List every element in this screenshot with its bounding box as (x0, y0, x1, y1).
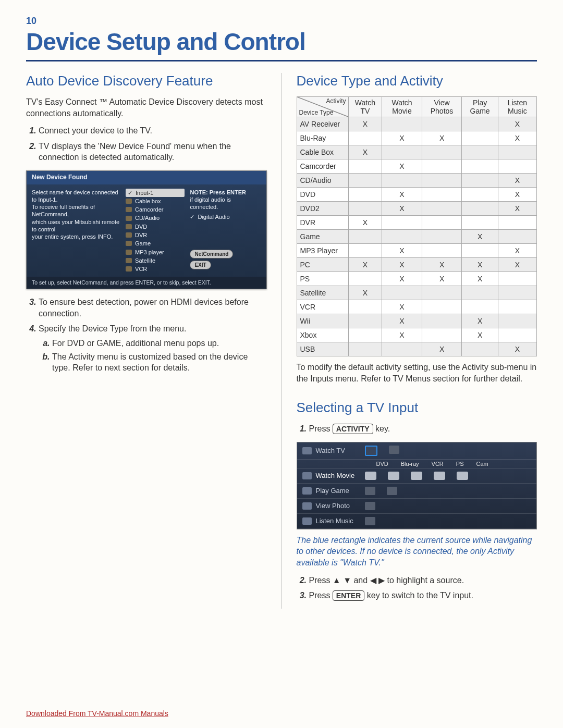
table-cell: X (498, 244, 536, 258)
dialog-footer: To set up, select NetCommand, and press … (27, 277, 266, 289)
table-cell (422, 188, 462, 202)
step-4a: For DVD or GAME, additional menu pops up… (52, 338, 267, 349)
table-cell: X (498, 258, 536, 272)
exit-button[interactable]: EXIT (190, 261, 211, 269)
row-label: USB (297, 342, 348, 356)
table-row: Blu-RayXXX (297, 131, 537, 145)
table-row: CamcorderX (297, 159, 537, 174)
device-option[interactable]: Game (126, 239, 185, 248)
table-cell: X (382, 300, 422, 314)
cam-icon[interactable] (457, 472, 468, 480)
table-corner: Activity Device Type (297, 97, 348, 117)
table-cell: X (422, 342, 462, 356)
table-cell (462, 342, 498, 356)
device-option-selected[interactable]: ✓Input-1 (126, 189, 185, 197)
row-label: Satellite (297, 286, 348, 300)
ps-icon[interactable] (434, 472, 445, 480)
table-row: CD/AudioX (297, 174, 537, 188)
table-cell (498, 230, 536, 244)
table-cell (498, 300, 536, 314)
device-option[interactable]: DVR (126, 231, 185, 239)
table-cell (348, 300, 382, 314)
table-cell (382, 286, 422, 300)
table-row: DVRX (297, 216, 537, 230)
dialog-right-panel: NOTE: Press ENTER if digital audio is co… (190, 189, 261, 274)
source-cell[interactable] (387, 487, 397, 495)
page-number: 10 (26, 16, 537, 27)
table-cell (422, 328, 462, 342)
table-cell (422, 202, 462, 216)
table-cell: X (462, 328, 498, 342)
right-column: Device Type and Activity Activity Device… (297, 73, 537, 609)
netcommand-button[interactable]: NetCommand (190, 250, 233, 258)
table-cell: X (498, 131, 536, 145)
device-option[interactable]: MP3 player (126, 248, 185, 256)
table-cell (462, 286, 498, 300)
table-cell (422, 286, 462, 300)
source-cell[interactable] (365, 487, 375, 495)
table-cell: X (382, 328, 422, 342)
row-label: Camcorder (297, 159, 348, 174)
table-cell (462, 117, 498, 131)
step-4b: The Activity menu is customized based on… (52, 351, 267, 374)
source-cell[interactable] (365, 517, 375, 525)
table-cell: X (422, 272, 462, 286)
source-cell[interactable] (389, 446, 399, 454)
table-cell: X (462, 272, 498, 286)
table-cell: X (348, 216, 382, 230)
table-cell (422, 145, 462, 159)
table-cell (348, 131, 382, 145)
device-option[interactable]: Cable box (126, 197, 185, 205)
activity-row[interactable]: Listen Music (297, 514, 537, 529)
source-cell[interactable] (365, 502, 375, 510)
activity-row-selected[interactable]: Watch Movie (297, 468, 537, 484)
table-cell (462, 188, 498, 202)
row-label: Cable Box (297, 145, 348, 159)
device-option[interactable]: VCR (126, 265, 185, 273)
device-option[interactable]: DVD (126, 223, 185, 231)
table-cell (498, 216, 536, 230)
table-cell (348, 188, 382, 202)
table-cell (348, 202, 382, 216)
digital-audio-checkbox[interactable]: ✓Digital Audio (190, 213, 261, 221)
new-device-dialog: New Device Found Select name for device … (26, 170, 267, 289)
table-cell: X (422, 131, 462, 145)
table-row: VCRX (297, 300, 537, 314)
table-cell (348, 272, 382, 286)
device-option[interactable]: Satellite (126, 256, 185, 265)
activity-key: ACTIVITY (333, 424, 373, 434)
table-row: USBXX (297, 342, 537, 356)
table-cell (382, 117, 422, 131)
activity-row[interactable]: View Photo (297, 499, 537, 514)
table-cell (422, 216, 462, 230)
device-option[interactable]: CD/Audio (126, 214, 185, 222)
table-cell (498, 145, 536, 159)
table-cell (348, 328, 382, 342)
table-cell: X (382, 314, 422, 328)
device-option[interactable]: Camcorder (126, 205, 185, 214)
table-row: AV ReceiverXX (297, 117, 537, 131)
col-header: Watch TV (348, 97, 382, 117)
source-cell[interactable] (365, 446, 377, 456)
vcr-icon[interactable] (411, 472, 422, 480)
table-cell (348, 230, 382, 244)
row-label: PS (297, 272, 348, 286)
select-steps-bottom: Press ▲ ▼ and ◀ ▶ to highlight a source.… (297, 575, 537, 601)
table-row: MP3 PlayerXX (297, 244, 537, 258)
activity-row[interactable]: Play Game (297, 484, 537, 499)
step-1: Connect your device to the TV. (39, 125, 267, 137)
bluray-icon[interactable] (388, 472, 399, 480)
table-cell: X (348, 117, 382, 131)
dvd-icon[interactable] (365, 472, 376, 480)
row-label: PC (297, 258, 348, 272)
step-2: TV displays the 'New Device Found' menu … (39, 141, 267, 163)
enter-key: ENTER (333, 590, 364, 601)
footer-link[interactable]: Downloaded From TV-Manual.com Manuals (26, 709, 168, 718)
table-cell: X (462, 314, 498, 328)
table-row: PSXXX (297, 272, 537, 286)
dialog-title: New Device Found (27, 171, 266, 184)
table-row: DVDXX (297, 188, 537, 202)
activity-row[interactable]: Watch TV (297, 442, 537, 460)
table-cell (462, 216, 498, 230)
table-cell (348, 159, 382, 174)
